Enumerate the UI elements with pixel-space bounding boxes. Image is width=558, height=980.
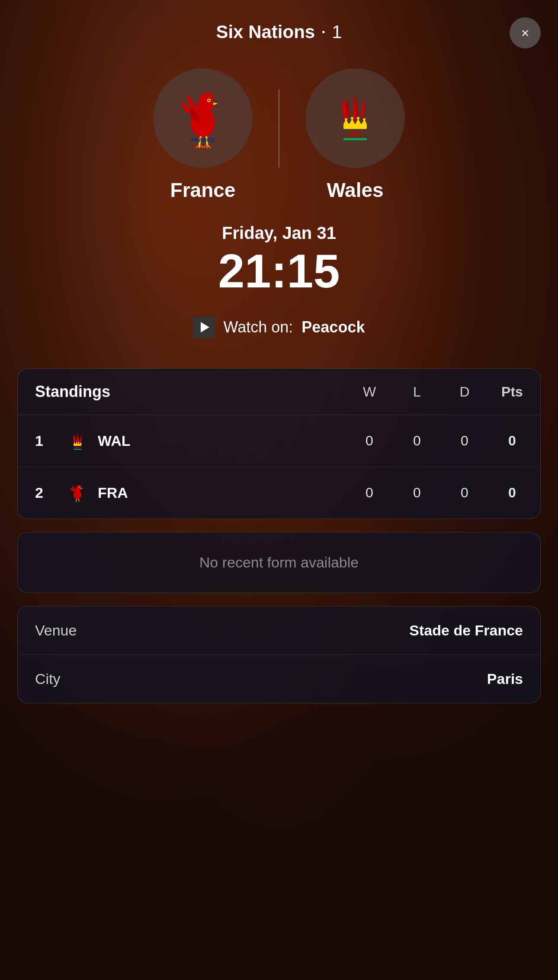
table-row: 2 FRA [18,467,540,519]
wal-mini-logo: WRU [67,430,88,452]
svg-point-15 [345,118,347,121]
standings-header: Standings W L D Pts [18,369,540,415]
no-form-card: No recent form available [17,532,541,593]
play-icon [193,316,215,338]
close-icon: × [521,25,529,41]
fra-l: 0 [406,485,428,501]
wal-l: 0 [406,433,428,449]
away-team-name: Wales [327,178,383,202]
wal-logo: WRU [65,429,89,453]
away-team: WRU Wales [305,68,405,202]
svg-marker-3 [213,103,218,105]
fra-rank: 2 [35,484,57,501]
city-row: City Paris [18,655,540,703]
standings-title: Standings [35,383,359,401]
wales-logo-circle: WRU [305,68,405,168]
fra-d: 0 [454,485,475,501]
svg-rect-21 [74,444,81,446]
wales-rugby-logo: WRU [323,86,388,151]
play-triangle [201,322,209,332]
fra-pts: 0 [501,485,523,501]
venue-label: Venue [35,622,77,639]
wal-pts: 0 [501,433,523,449]
competition-name: Six Nations [216,22,315,42]
svg-point-16 [351,117,353,119]
watch-provider: Peacock [301,318,365,336]
home-team: FRANCE RUGBY France [153,68,253,202]
col-w: W [359,384,380,400]
fra-logo: FRA [65,481,89,505]
col-d: D [454,384,475,400]
fra-mini-logo: FRA [67,482,88,504]
venue-value: Stade de France [409,622,523,639]
watch-label: Watch on: [224,318,293,336]
svg-point-5 [208,100,210,101]
svg-rect-20 [343,138,367,140]
close-button[interactable]: × [510,17,541,48]
venue-row: Venue Stade de France [18,606,540,655]
match-time: 21:15 [218,247,340,295]
svg-point-17 [357,117,359,119]
wal-d: 0 [454,433,475,449]
match-date: Friday, Jan 31 [222,223,336,243]
header-dot: • [322,27,325,37]
wal-w: 0 [359,433,380,449]
no-form-text: No recent form available [199,554,359,571]
home-team-name: France [170,178,236,202]
city-value: Paris [487,671,523,687]
wal-rank: 1 [35,432,57,449]
svg-text:FRA: FRA [75,500,80,503]
fra-team-name: FRA [98,484,359,501]
svg-marker-31 [81,488,83,489]
main-container: Six Nations • 1 × [0,0,558,980]
svg-point-18 [363,118,366,121]
fra-w: 0 [359,485,380,501]
teams-section: FRANCE RUGBY France [17,68,541,202]
wal-stats: 0 0 0 0 [359,433,523,449]
svg-text:FRANCE: FRANCE [191,137,215,143]
city-label: City [35,671,61,687]
header: Six Nations • 1 × [17,0,541,42]
vs-divider [279,90,279,168]
header-number: 1 [332,22,342,42]
france-logo-circle: FRANCE RUGBY [153,68,253,168]
svg-rect-27 [74,449,81,450]
header-title: Six Nations • 1 [216,22,342,42]
svg-text:RUGBY: RUGBY [194,144,212,149]
standings-columns: W L D Pts [359,384,523,400]
svg-text:WRU: WRU [74,446,80,449]
venue-card: Venue Stade de France City Paris [17,606,541,703]
col-pts: Pts [501,384,523,400]
standings-card: Standings W L D Pts 1 [17,368,541,519]
wal-team-name: WAL [98,432,359,449]
watch-section[interactable]: Watch on: Peacock [193,316,365,338]
svg-text:WRU: WRU [348,131,362,138]
datetime-section: Friday, Jan 31 21:15 [218,223,340,295]
table-row: 1 WRU WAL [18,415,540,467]
fra-stats: 0 0 0 0 [359,485,523,501]
col-l: L [406,384,428,400]
svg-point-32 [79,486,80,487]
svg-point-30 [76,485,81,490]
svg-rect-10 [343,124,367,129]
france-rugby-logo: FRANCE RUGBY [170,86,235,151]
